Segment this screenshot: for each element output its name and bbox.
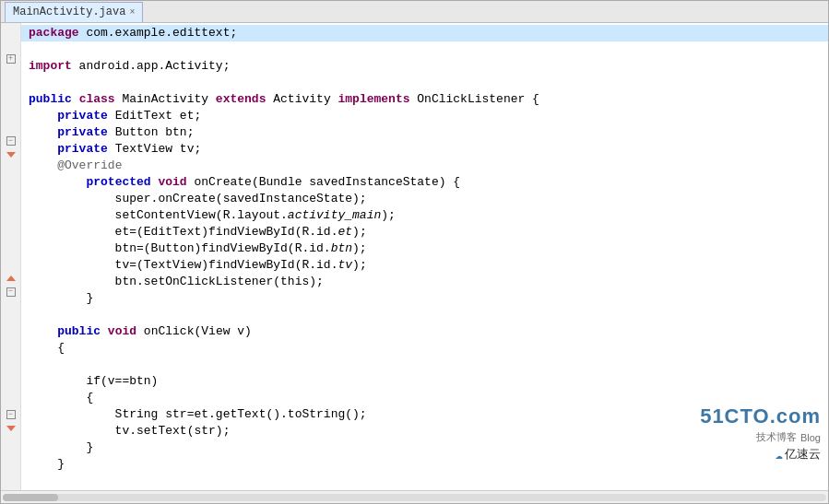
gutter-item xyxy=(1,450,20,463)
gutter-item xyxy=(1,381,20,394)
code-line: tv=(TextView)findViewById(R.id.tv); xyxy=(21,257,828,274)
watermark-site: 51CTO.com xyxy=(700,404,821,428)
code-line: @Override xyxy=(21,489,828,490)
collapse-icon[interactable] xyxy=(6,152,16,158)
horizontal-scrollbar[interactable] xyxy=(1,490,828,503)
code-area: +−−− package com.example.edittext; impor… xyxy=(1,23,828,490)
gutter-item xyxy=(1,367,20,381)
code-line: } xyxy=(21,290,828,307)
code-line: et=(EditText)findViewById(R.id.et); xyxy=(21,224,828,240)
tab-bar: MainActivity.java × xyxy=(1,1,828,23)
gutter-item xyxy=(1,244,20,258)
gutter-item xyxy=(1,189,20,203)
gutter-item xyxy=(1,175,20,189)
code-line: package com.example.edittext; xyxy=(21,25,828,41)
watermark-cloud-label: 亿速云 xyxy=(785,446,821,463)
code-line: setContentView(R.layout.activity_main); xyxy=(21,207,828,224)
watermark-bottom: 技术博客 Blog xyxy=(756,430,821,444)
gutter-item xyxy=(1,394,20,408)
code-line xyxy=(21,41,828,58)
scrollbar-track[interactable] xyxy=(3,494,826,501)
gutter-item xyxy=(1,326,20,340)
code-line: private Button btn; xyxy=(21,124,828,141)
collapse-button[interactable]: − xyxy=(6,410,16,419)
gutter-item xyxy=(1,299,20,312)
code-line: btn.setOnClickListener(this); xyxy=(21,274,828,290)
code-line xyxy=(21,75,828,91)
gutter-item xyxy=(1,217,20,230)
gutter-item: − xyxy=(1,285,20,299)
gutter-item xyxy=(1,436,20,450)
code-line: private EditText et; xyxy=(21,108,828,124)
gutter-item xyxy=(1,66,20,80)
code-line: if(v==btn) xyxy=(21,373,828,390)
gutter-item: − xyxy=(1,408,20,422)
editor-window: MainActivity.java × +−−− package com.exa… xyxy=(0,0,829,504)
cloud-icon: ☁ xyxy=(776,447,783,463)
gutter-item xyxy=(1,93,20,107)
collapse-button[interactable]: − xyxy=(6,136,16,146)
gutter-item xyxy=(1,258,20,272)
gutter-item: − xyxy=(1,135,20,148)
code-line: @Override xyxy=(21,158,828,174)
gutter-item xyxy=(1,203,20,217)
editor-tab[interactable]: MainActivity.java × xyxy=(5,2,143,22)
gutter-item xyxy=(1,230,20,244)
expand-button[interactable]: + xyxy=(6,54,16,64)
code-line xyxy=(21,473,828,489)
gutter-item xyxy=(1,162,20,176)
collapse-button[interactable]: − xyxy=(6,287,16,297)
gutter-item xyxy=(1,79,20,93)
code-line: public class MainActivity extends Activi… xyxy=(21,91,828,108)
gutter-item xyxy=(1,121,20,135)
gutter-item xyxy=(1,340,20,354)
gutter-item xyxy=(1,476,20,490)
watermark-label2: Blog xyxy=(800,432,821,443)
gutter-item xyxy=(1,312,20,326)
watermark-label1: 技术博客 xyxy=(756,430,797,444)
code-line: public void onClick(View v) xyxy=(21,323,828,340)
watermark: 51CTO.com 技术博客 Blog ☁ 亿速云 xyxy=(700,404,821,463)
gutter-item xyxy=(1,25,20,39)
gutter: +−−− xyxy=(1,23,21,490)
code-line: super.onCreate(savedInstanceState); xyxy=(21,191,828,207)
code-line: import android.app.Activity; xyxy=(21,58,828,75)
gutter-item xyxy=(1,422,20,436)
expand-icon[interactable] xyxy=(6,275,16,281)
gutter-item xyxy=(1,354,20,368)
gutter-item xyxy=(1,271,20,285)
close-tab-button[interactable]: × xyxy=(129,7,135,18)
tab-filename: MainActivity.java xyxy=(13,6,125,18)
gutter-item xyxy=(1,39,20,53)
code-line xyxy=(21,357,828,373)
code-line: protected void onCreate(Bundle savedInst… xyxy=(21,174,828,191)
code-line xyxy=(21,307,828,323)
gutter-item xyxy=(1,148,20,162)
code-line: btn=(Button)findViewById(R.id.btn); xyxy=(21,240,828,257)
code-line: private TextView tv; xyxy=(21,141,828,158)
gutter-item xyxy=(1,463,20,477)
gutter-item xyxy=(1,107,20,121)
code-line: { xyxy=(21,340,828,357)
scrollbar-thumb[interactable] xyxy=(3,494,58,501)
watermark-cloud: ☁ 亿速云 xyxy=(776,446,821,463)
collapse-icon[interactable] xyxy=(6,426,16,431)
gutter-item: + xyxy=(1,53,20,66)
